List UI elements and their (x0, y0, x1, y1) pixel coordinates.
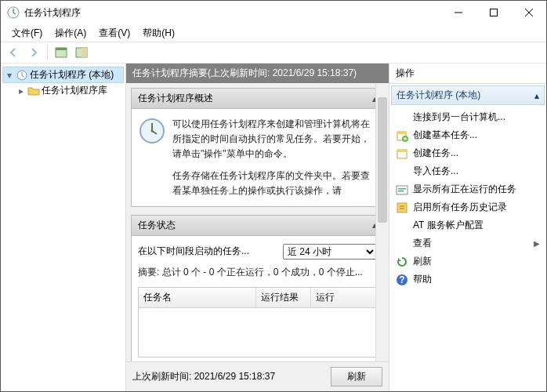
menu-bar: 文件(F) 操作(A) 查看(V) 帮助(H) (1, 24, 546, 42)
col-result[interactable]: 运行结果 (256, 288, 311, 307)
new-basic-icon (396, 129, 408, 142)
menu-action[interactable]: 操作(A) (49, 25, 92, 42)
menu-view[interactable]: 查看(V) (92, 25, 136, 42)
actions-panel: 操作 任务计划程序 (本地) ▴ 连接到另一台计算机...创建基本任务...创建… (389, 64, 546, 391)
forward-button[interactable] (24, 44, 43, 61)
scrollbar[interactable] (375, 83, 389, 361)
actions-subtitle[interactable]: 任务计划程序 (本地) ▴ (391, 85, 545, 105)
tree-root-label: 任务计划程序 (本地) (30, 68, 114, 82)
col-run[interactable]: 运行 (311, 288, 376, 307)
tree-lib-label: 任务计划程序库 (42, 84, 107, 97)
col-name[interactable]: 任务名 (139, 288, 256, 307)
overview-body: 可以使用任务计划程序来创建和管理计算机将在所指定的时间自动执行的常见任务。若要开… (132, 109, 383, 206)
overview-title: 任务计划程序概述 (138, 92, 213, 105)
tree-panel: ▾ 任务计划程序 (本地) ▸ 任务计划程序库 (1, 64, 126, 391)
status-header[interactable]: 任务状态 ▴ (132, 216, 383, 236)
actions-list: 连接到另一台计算机...创建基本任务...创建任务...导入任务...显示所有正… (389, 107, 546, 391)
action-item[interactable]: 启用所有任务历史记录 (391, 198, 545, 216)
status-label: 在以下时间段启动的任务... (138, 245, 277, 258)
svg-rect-10 (397, 132, 406, 134)
action-item[interactable]: 查看▶ (391, 234, 545, 252)
svg-rect-3 (56, 48, 67, 50)
status-period-select[interactable]: 近 24 小时近 1 小时近 7 天近 30 天 (283, 244, 377, 260)
last-refresh-label: 上次刷新时间: 2021/6/29 15:18:37 (132, 370, 275, 383)
action-label: 导入任务... (413, 165, 458, 178)
menu-help[interactable]: 帮助(H) (136, 25, 181, 42)
refresh-button[interactable]: 刷新 (331, 367, 382, 387)
svg-text:?: ? (399, 274, 404, 285)
blank-icon (396, 111, 408, 124)
status-body: 在以下时间段启动的任务... 近 24 小时近 1 小时近 7 天近 30 天 … (132, 236, 383, 361)
action-label: 创建基本任务... (413, 129, 477, 142)
action-item[interactable]: 连接到另一台计算机... (391, 108, 545, 126)
svg-rect-14 (397, 186, 408, 194)
overview-text-2: 任务存储在任务计划程序库的文件夹中。若要查看某单独任务上的操作或执行该操作，请 (172, 169, 377, 198)
tree-lib-node[interactable]: ▸ 任务计划程序库 (2, 83, 124, 98)
status-summary: 摘要: 总计 0 个 - 0 个正在运行，0 个成功，0 个停止... (138, 266, 377, 279)
menu-file[interactable]: 文件(F) (5, 25, 49, 42)
close-button[interactable] (511, 1, 546, 24)
tree-root-node[interactable]: ▾ 任务计划程序 (本地) (2, 67, 124, 83)
overview-text-1: 可以使用任务计划程序来创建和管理计算机将在所指定的时间自动执行的常见任务。若要开… (172, 117, 377, 162)
back-button[interactable] (4, 44, 23, 61)
svg-rect-5 (82, 48, 87, 57)
action-label: 查看 (413, 237, 432, 250)
center-header: 任务计划程序摘要(上次刷新时间: 2021/6/29 15:18:37) (126, 64, 389, 83)
window-controls (440, 1, 546, 24)
maximize-button[interactable] (476, 1, 511, 24)
svg-rect-15 (398, 188, 406, 190)
table-header: 任务名 运行结果 运行 (139, 288, 376, 308)
svg-rect-13 (397, 150, 407, 152)
minimize-button[interactable] (440, 1, 476, 24)
toolbar-help-button[interactable] (72, 44, 91, 61)
action-label: 显示所有正在运行的任务 (413, 183, 516, 196)
overview-header[interactable]: 任务计划程序概述 ▴ (132, 89, 383, 109)
center-body: 任务计划程序概述 ▴ 可以使用任务计划程序来创建和管理计算机将在所指定的时间自动… (126, 83, 389, 361)
refresh-icon (396, 256, 408, 268)
tree-expand-icon[interactable]: ▸ (16, 85, 26, 96)
window-title: 任务计划程序 (24, 6, 440, 20)
center-footer: 上次刷新时间: 2021/6/29 15:18:37 刷新 (126, 361, 389, 391)
action-item[interactable]: 显示所有正在运行的任务 (391, 180, 545, 198)
blank-icon (396, 165, 408, 178)
actions-title: 操作 (389, 64, 546, 84)
toolbar (1, 42, 546, 64)
action-label: 刷新 (413, 255, 432, 268)
folder-icon (27, 85, 40, 97)
action-item[interactable]: 导入任务... (391, 162, 545, 180)
action-label: 连接到另一台计算机... (413, 111, 505, 124)
action-label: 启用所有任务历史记录 (413, 201, 507, 214)
running-icon (396, 183, 408, 196)
tree-expand-icon[interactable]: ▾ (5, 70, 14, 81)
blank-icon (396, 220, 408, 232)
action-item[interactable]: 刷新 (391, 252, 545, 270)
center-panel: 任务计划程序摘要(上次刷新时间: 2021/6/29 15:18:37) 任务计… (126, 64, 389, 391)
overview-clock-icon (138, 117, 166, 145)
history-icon (396, 201, 408, 214)
new-icon (396, 147, 408, 160)
main-area: ▾ 任务计划程序 (本地) ▸ 任务计划程序库 任务计划程序摘要(上次刷新时间:… (1, 64, 546, 391)
clock-icon (16, 69, 28, 82)
app-icon (7, 6, 20, 19)
action-item[interactable]: 创建任务... (391, 144, 545, 162)
svg-rect-1 (490, 9, 497, 16)
svg-rect-17 (397, 203, 407, 212)
svg-rect-16 (398, 191, 404, 192)
action-item[interactable]: ?帮助 (391, 270, 545, 289)
status-table: 任务名 运行结果 运行 (138, 287, 377, 358)
action-item[interactable]: AT 服务帐户配置 (391, 216, 545, 234)
status-panel: 任务状态 ▴ 在以下时间段启动的任务... 近 24 小时近 1 小时近 7 天… (131, 215, 384, 361)
overview-panel: 任务计划程序概述 ▴ 可以使用任务计划程序来创建和管理计算机将在所指定的时间自动… (131, 88, 384, 207)
action-item[interactable]: 创建基本任务... (391, 126, 545, 144)
status-title: 任务状态 (138, 219, 176, 232)
chevron-right-icon: ▶ (534, 239, 540, 248)
blank-icon (396, 238, 408, 250)
title-bar: 任务计划程序 (1, 1, 546, 24)
toolbar-separator (47, 45, 48, 60)
action-label: AT 服务帐户配置 (413, 219, 484, 232)
chevron-up-icon: ▴ (534, 90, 539, 101)
help-icon: ? (396, 274, 408, 286)
actions-subtitle-label: 任务计划程序 (本地) (397, 89, 480, 102)
svg-point-8 (151, 130, 154, 132)
toolbar-panes-button[interactable] (52, 44, 71, 61)
